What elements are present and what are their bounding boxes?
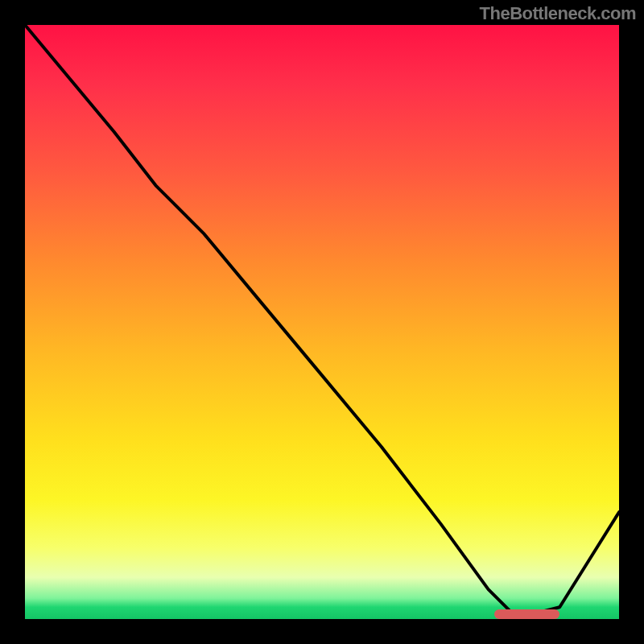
chart-frame: TheBottleneck.com <box>0 0 644 644</box>
plot-area <box>25 25 619 619</box>
optimum-marker <box>494 609 559 619</box>
curve-svg <box>25 25 619 619</box>
curve-line <box>25 25 619 613</box>
attribution-text: TheBottleneck.com <box>480 3 636 24</box>
